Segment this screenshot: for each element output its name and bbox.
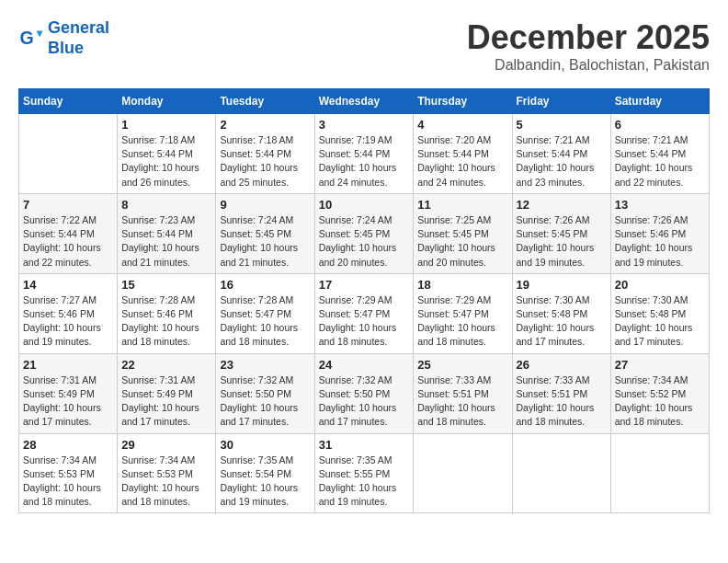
day-info: Sunrise: 7:24 AM Sunset: 5:45 PM Dayligh… bbox=[220, 213, 310, 270]
day-info: Sunrise: 7:24 AM Sunset: 5:45 PM Dayligh… bbox=[319, 213, 410, 270]
day-cell: 18Sunrise: 7:29 AM Sunset: 5:47 PM Dayli… bbox=[414, 273, 512, 353]
day-info: Sunrise: 7:27 AM Sunset: 5:46 PM Dayligh… bbox=[23, 293, 113, 350]
day-number: 22 bbox=[121, 358, 211, 372]
day-cell: 13Sunrise: 7:26 AM Sunset: 5:46 PM Dayli… bbox=[610, 193, 709, 273]
header-day-tuesday: Tuesday bbox=[216, 89, 314, 114]
header-day-friday: Friday bbox=[512, 89, 610, 114]
day-cell: 29Sunrise: 7:34 AM Sunset: 5:53 PM Dayli… bbox=[118, 433, 216, 513]
day-info: Sunrise: 7:26 AM Sunset: 5:46 PM Dayligh… bbox=[615, 213, 705, 270]
day-info: Sunrise: 7:32 AM Sunset: 5:50 PM Dayligh… bbox=[220, 373, 310, 430]
day-cell: 15Sunrise: 7:28 AM Sunset: 5:46 PM Dayli… bbox=[118, 273, 216, 353]
day-info: Sunrise: 7:34 AM Sunset: 5:53 PM Dayligh… bbox=[121, 454, 211, 510]
logo-line2: Blue bbox=[48, 39, 84, 57]
day-info: Sunrise: 7:21 AM Sunset: 5:44 PM Dayligh… bbox=[615, 133, 705, 190]
day-info: Sunrise: 7:25 AM Sunset: 5:45 PM Dayligh… bbox=[417, 213, 507, 270]
day-cell bbox=[512, 433, 610, 513]
day-number: 5 bbox=[517, 118, 607, 132]
week-row-3: 14Sunrise: 7:27 AM Sunset: 5:46 PM Dayli… bbox=[19, 273, 710, 353]
day-number: 18 bbox=[417, 278, 507, 292]
day-number: 27 bbox=[615, 358, 705, 372]
day-number: 16 bbox=[220, 278, 310, 292]
day-info: Sunrise: 7:33 AM Sunset: 5:51 PM Dayligh… bbox=[417, 373, 507, 430]
location-title: Dalbandin, Balochistan, Pakistan bbox=[467, 57, 710, 74]
day-cell: 3Sunrise: 7:19 AM Sunset: 5:44 PM Daylig… bbox=[314, 114, 414, 194]
day-info: Sunrise: 7:32 AM Sunset: 5:50 PM Dayligh… bbox=[319, 373, 410, 430]
day-cell: 10Sunrise: 7:24 AM Sunset: 5:45 PM Dayli… bbox=[314, 193, 414, 273]
logo-icon: G bbox=[18, 26, 44, 52]
day-cell: 20Sunrise: 7:30 AM Sunset: 5:48 PM Dayli… bbox=[610, 273, 709, 353]
day-cell: 14Sunrise: 7:27 AM Sunset: 5:46 PM Dayli… bbox=[19, 273, 118, 353]
day-number: 13 bbox=[615, 198, 705, 212]
day-info: Sunrise: 7:26 AM Sunset: 5:45 PM Dayligh… bbox=[517, 213, 607, 270]
day-number: 11 bbox=[417, 198, 507, 212]
day-number: 14 bbox=[23, 278, 113, 292]
day-cell: 8Sunrise: 7:23 AM Sunset: 5:44 PM Daylig… bbox=[118, 193, 216, 273]
week-row-4: 21Sunrise: 7:31 AM Sunset: 5:49 PM Dayli… bbox=[19, 353, 710, 433]
day-cell: 22Sunrise: 7:31 AM Sunset: 5:49 PM Dayli… bbox=[118, 353, 216, 433]
day-number: 9 bbox=[220, 198, 310, 212]
day-number: 12 bbox=[517, 198, 607, 212]
day-info: Sunrise: 7:35 AM Sunset: 5:55 PM Dayligh… bbox=[319, 454, 410, 510]
svg-marker-1 bbox=[37, 30, 43, 37]
calendar-header: SundayMondayTuesdayWednesdayThursdayFrid… bbox=[19, 89, 710, 114]
day-cell: 28Sunrise: 7:34 AM Sunset: 5:53 PM Dayli… bbox=[19, 433, 118, 513]
day-info: Sunrise: 7:31 AM Sunset: 5:49 PM Dayligh… bbox=[121, 373, 211, 430]
logo: G General Blue bbox=[18, 18, 109, 58]
week-row-1: 1Sunrise: 7:18 AM Sunset: 5:44 PM Daylig… bbox=[19, 114, 710, 194]
day-cell: 5Sunrise: 7:21 AM Sunset: 5:44 PM Daylig… bbox=[512, 114, 610, 194]
day-info: Sunrise: 7:28 AM Sunset: 5:46 PM Dayligh… bbox=[121, 293, 211, 350]
header-day-saturday: Saturday bbox=[610, 89, 709, 114]
day-cell: 9Sunrise: 7:24 AM Sunset: 5:45 PM Daylig… bbox=[216, 193, 314, 273]
day-number: 24 bbox=[319, 358, 410, 372]
calendar: SundayMondayTuesdayWednesdayThursdayFrid… bbox=[18, 88, 710, 513]
day-info: Sunrise: 7:29 AM Sunset: 5:47 PM Dayligh… bbox=[319, 293, 410, 350]
day-number: 7 bbox=[23, 198, 113, 212]
day-cell: 23Sunrise: 7:32 AM Sunset: 5:50 PM Dayli… bbox=[216, 353, 314, 433]
day-info: Sunrise: 7:30 AM Sunset: 5:48 PM Dayligh… bbox=[615, 293, 705, 350]
svg-text:G: G bbox=[19, 27, 33, 47]
day-cell bbox=[610, 433, 709, 513]
day-cell: 11Sunrise: 7:25 AM Sunset: 5:45 PM Dayli… bbox=[414, 193, 512, 273]
day-number: 30 bbox=[220, 438, 310, 452]
day-number: 23 bbox=[220, 358, 310, 372]
day-number: 31 bbox=[319, 438, 410, 452]
day-cell: 27Sunrise: 7:34 AM Sunset: 5:52 PM Dayli… bbox=[610, 353, 709, 433]
day-info: Sunrise: 7:30 AM Sunset: 5:48 PM Dayligh… bbox=[517, 293, 607, 350]
week-row-2: 7Sunrise: 7:22 AM Sunset: 5:44 PM Daylig… bbox=[19, 193, 710, 273]
day-cell: 21Sunrise: 7:31 AM Sunset: 5:49 PM Dayli… bbox=[19, 353, 118, 433]
day-cell: 19Sunrise: 7:30 AM Sunset: 5:48 PM Dayli… bbox=[512, 273, 610, 353]
day-number: 3 bbox=[319, 118, 410, 132]
header: G General Blue December 2025 Dalbandin, … bbox=[18, 18, 710, 74]
day-number: 25 bbox=[417, 358, 507, 372]
day-cell: 25Sunrise: 7:33 AM Sunset: 5:51 PM Dayli… bbox=[414, 353, 512, 433]
day-info: Sunrise: 7:18 AM Sunset: 5:44 PM Dayligh… bbox=[220, 133, 310, 190]
day-info: Sunrise: 7:23 AM Sunset: 5:44 PM Dayligh… bbox=[121, 213, 211, 270]
day-cell: 24Sunrise: 7:32 AM Sunset: 5:50 PM Dayli… bbox=[314, 353, 414, 433]
day-number: 4 bbox=[417, 118, 507, 132]
day-cell: 4Sunrise: 7:20 AM Sunset: 5:44 PM Daylig… bbox=[414, 114, 512, 194]
day-info: Sunrise: 7:29 AM Sunset: 5:47 PM Dayligh… bbox=[417, 293, 507, 350]
header-day-wednesday: Wednesday bbox=[314, 89, 414, 114]
day-cell: 30Sunrise: 7:35 AM Sunset: 5:54 PM Dayli… bbox=[216, 433, 314, 513]
day-info: Sunrise: 7:31 AM Sunset: 5:49 PM Dayligh… bbox=[23, 373, 113, 430]
day-number: 2 bbox=[220, 118, 310, 132]
day-cell: 12Sunrise: 7:26 AM Sunset: 5:45 PM Dayli… bbox=[512, 193, 610, 273]
header-day-thursday: Thursday bbox=[414, 89, 512, 114]
day-info: Sunrise: 7:35 AM Sunset: 5:54 PM Dayligh… bbox=[220, 454, 310, 510]
day-info: Sunrise: 7:34 AM Sunset: 5:53 PM Dayligh… bbox=[23, 454, 113, 510]
day-number: 21 bbox=[23, 358, 113, 372]
day-cell: 31Sunrise: 7:35 AM Sunset: 5:55 PM Dayli… bbox=[314, 433, 414, 513]
day-number: 28 bbox=[23, 438, 113, 452]
day-cell: 1Sunrise: 7:18 AM Sunset: 5:44 PM Daylig… bbox=[118, 114, 216, 194]
day-number: 15 bbox=[121, 278, 211, 292]
day-info: Sunrise: 7:34 AM Sunset: 5:52 PM Dayligh… bbox=[615, 373, 705, 430]
day-number: 20 bbox=[615, 278, 705, 292]
day-number: 17 bbox=[319, 278, 410, 292]
day-number: 19 bbox=[517, 278, 607, 292]
day-number: 1 bbox=[121, 118, 211, 132]
day-cell bbox=[414, 433, 512, 513]
day-info: Sunrise: 7:19 AM Sunset: 5:44 PM Dayligh… bbox=[319, 133, 410, 190]
month-title: December 2025 bbox=[467, 18, 710, 57]
header-row: SundayMondayTuesdayWednesdayThursdayFrid… bbox=[19, 89, 710, 114]
day-info: Sunrise: 7:20 AM Sunset: 5:44 PM Dayligh… bbox=[417, 133, 507, 190]
